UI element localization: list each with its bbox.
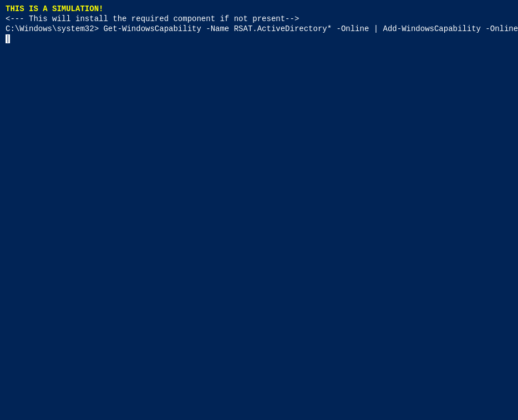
comment-line: <--- This will install the required comp… <box>6 14 512 23</box>
terminal-window[interactable]: THIS IS A SIMULATION! <--- This will ins… <box>0 0 518 420</box>
cursor-line: | <box>6 34 512 43</box>
command-prompt: C:\Windows\system32> <box>6 24 99 33</box>
simulation-warning-line: THIS IS A SIMULATION! <box>6 4 512 13</box>
command-text: Get-WindowsCapability -Name RSAT.ActiveD… <box>103 24 518 33</box>
terminal-cursor: | <box>6 34 10 43</box>
command-line: C:\Windows\system32> Get-WindowsCapabili… <box>6 24 512 33</box>
